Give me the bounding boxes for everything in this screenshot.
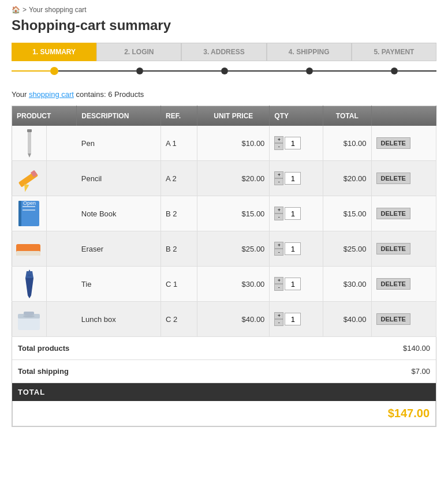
svg-marker-1 xyxy=(28,153,31,158)
delete-btn-0[interactable]: DELETE xyxy=(376,137,410,149)
product-total-cell-1: $20.00 xyxy=(323,161,372,196)
product-image-2: Open xyxy=(15,198,44,230)
qty-input-4[interactable] xyxy=(285,278,301,290)
qty-increase-btn-4[interactable]: + xyxy=(274,277,283,284)
product-image-5 xyxy=(13,304,45,335)
total-shipping-label: Total shipping xyxy=(18,367,69,376)
breadcrumb-separator: > xyxy=(23,6,27,14)
product-delete-cell-5: DELETE xyxy=(371,302,436,337)
delete-btn-3[interactable]: DELETE xyxy=(376,243,410,254)
total-products-value: $140.00 xyxy=(403,344,430,353)
step-summary[interactable]: 1. SUMMARY xyxy=(12,43,96,61)
product-total-cell-2: $15.00 xyxy=(323,196,372,231)
step-payment[interactable]: 5. PAYMENT xyxy=(352,43,436,61)
product-price-cell-5: $40.00 xyxy=(197,302,270,337)
svg-text:Open: Open xyxy=(23,200,36,206)
qty-decrease-btn-5[interactable]: - xyxy=(274,319,283,326)
product-price-cell-0: $10.00 xyxy=(197,126,270,161)
step-line-4 xyxy=(313,70,391,72)
total-products-row: Total products $140.00 xyxy=(12,337,436,360)
qty-wrapper-1: + - xyxy=(274,171,318,185)
product-qty-cell-0: + - xyxy=(270,126,323,161)
product-qty-cell-5: + - xyxy=(270,302,323,337)
product-price-cell-4: $30.00 xyxy=(197,267,270,302)
product-total-cell-0: $10.00 xyxy=(323,126,372,161)
qty-input-1[interactable] xyxy=(285,172,301,185)
qty-input-0[interactable] xyxy=(285,137,301,149)
table-row: Lunch box C 2 $40.00 + - $40.00 DELETE xyxy=(12,302,436,337)
qty-controls-1: + - xyxy=(274,171,283,185)
qty-wrapper-2: + - xyxy=(274,207,318,220)
col-actions xyxy=(371,106,436,126)
product-ref-cell-5: C 2 xyxy=(160,302,197,337)
product-ref-cell-0: A 1 xyxy=(160,126,197,161)
qty-increase-btn-0[interactable]: + xyxy=(274,136,283,143)
total-shipping-row: Total shipping $7.00 xyxy=(12,360,436,383)
product-delete-cell-1: DELETE xyxy=(371,161,436,196)
qty-input-2[interactable] xyxy=(285,207,301,220)
qty-decrease-btn-0[interactable]: - xyxy=(274,143,283,150)
qty-decrease-btn-4[interactable]: - xyxy=(274,284,283,291)
svg-rect-2 xyxy=(27,129,32,132)
product-description-cell-4: Tie xyxy=(77,267,161,302)
product-price-cell-2: $15.00 xyxy=(197,196,270,231)
col-description: DESCRIPTION xyxy=(77,106,161,126)
product-description-cell-2: Note Book xyxy=(77,196,161,231)
product-ref-cell-2: B 2 xyxy=(160,196,197,231)
step-line-3 xyxy=(228,70,306,72)
breadcrumb-current: Your shopping cart xyxy=(29,6,87,14)
total-products-label: Total products xyxy=(18,344,69,353)
step-address[interactable]: 3. ADDRESS xyxy=(181,43,266,61)
svg-point-19 xyxy=(23,315,35,317)
cart-info-link[interactable]: shopping cart xyxy=(29,90,74,99)
step-dot-4 xyxy=(306,68,313,74)
product-delete-cell-4: DELETE xyxy=(371,267,436,302)
product-description-cell-5: Lunch box xyxy=(77,302,161,337)
product-ref-cell-4: C 1 xyxy=(160,267,197,302)
delete-btn-4[interactable]: DELETE xyxy=(376,278,410,290)
product-image-cell xyxy=(12,231,47,266)
product-description-cell-1: Pencil xyxy=(77,161,161,196)
delete-btn-1[interactable]: DELETE xyxy=(376,173,410,184)
qty-increase-btn-1[interactable]: + xyxy=(274,171,283,178)
step-login[interactable]: 2. LOGIN xyxy=(96,43,181,61)
step-line-1 xyxy=(58,70,136,72)
delete-btn-5[interactable]: DELETE xyxy=(376,313,410,325)
qty-wrapper-0: + - xyxy=(274,136,318,150)
cart-info-suffix: contains: 6 Products xyxy=(74,90,144,99)
product-total-cell-3: $25.00 xyxy=(323,231,372,267)
product-total-cell-5: $40.00 xyxy=(323,302,372,337)
cart-table: PRODUCT DESCRIPTION REF. UNIT PRICE QTY … xyxy=(12,106,436,337)
home-icon[interactable]: 🏠 xyxy=(12,6,20,14)
product-image-cell xyxy=(12,302,47,336)
product-description-cell-3: Eraser xyxy=(77,231,161,267)
svg-rect-0 xyxy=(28,130,31,153)
svg-rect-9 xyxy=(23,209,35,211)
qty-controls-5: + - xyxy=(274,312,283,326)
table-row: Pencil A 2 $20.00 + - $20.00 DELETE xyxy=(12,161,436,196)
qty-decrease-btn-3[interactable]: - xyxy=(274,249,283,256)
product-image-cell xyxy=(12,267,47,301)
qty-decrease-btn-1[interactable]: - xyxy=(274,178,283,185)
product-description-cell-0: Pen xyxy=(77,126,161,161)
svg-rect-8 xyxy=(23,206,35,207)
qty-input-5[interactable] xyxy=(285,313,301,325)
col-product: PRODUCT xyxy=(12,106,77,126)
product-qty-cell-2: + - xyxy=(270,196,323,231)
product-qty-cell-1: + - xyxy=(270,161,323,196)
cart-info-prefix: Your xyxy=(12,90,29,99)
product-price-cell-1: $20.00 xyxy=(197,161,270,196)
qty-input-3[interactable] xyxy=(285,242,301,255)
step-dot-3 xyxy=(221,68,228,74)
table-row: Open Note Book B 2 $15.00 + - $15.00 DEL… xyxy=(12,196,436,231)
cart-info: Your shopping cart contains: 6 Products xyxy=(12,90,436,99)
step-shipping[interactable]: 4. SHIPPING xyxy=(267,43,352,61)
steps: 1. SUMMARY 2. LOGIN 3. ADDRESS 4. SHIPPI… xyxy=(12,43,436,61)
qty-increase-btn-2[interactable]: + xyxy=(274,207,283,213)
product-price-cell-3: $25.00 xyxy=(197,231,270,267)
delete-btn-2[interactable]: DELETE xyxy=(376,208,410,219)
qty-increase-btn-5[interactable]: + xyxy=(274,312,283,319)
qty-increase-btn-3[interactable]: + xyxy=(274,242,283,249)
qty-decrease-btn-2[interactable]: - xyxy=(274,213,283,220)
col-qty: QTY xyxy=(270,106,323,126)
